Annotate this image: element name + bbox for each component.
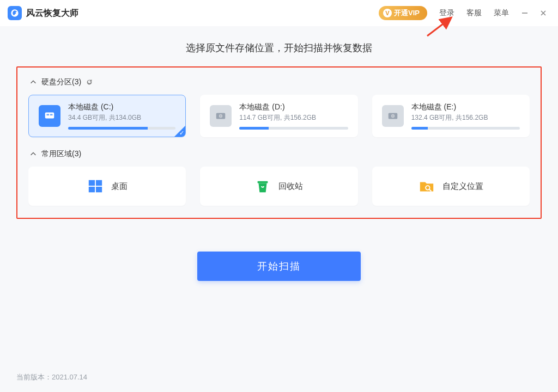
disk-icon: [210, 105, 232, 127]
app-title: 风云恢复大师: [26, 8, 78, 19]
area-custom-location[interactable]: 自定义位置: [372, 167, 530, 206]
menu-link[interactable]: 菜单: [494, 8, 509, 18]
refresh-icon[interactable]: [86, 78, 93, 86]
areas-grid: 桌面 回收站 自定义位置: [28, 167, 530, 206]
chevron-up-icon: [29, 78, 37, 86]
disk-icon: [382, 105, 404, 127]
area-recycle-bin[interactable]: 回收站: [200, 167, 357, 206]
app-window: { "app": { "title": "风云恢复大师" }, "titleba…: [0, 0, 558, 392]
selection-panel: 硬盘分区(3) 本地磁盘 (C:) 34.4 GB可用, 共134.0GB ✓: [16, 66, 542, 219]
minimize-button[interactable]: [518, 6, 532, 20]
disk-usage-bar: [68, 127, 175, 130]
svg-rect-5: [47, 114, 50, 115]
version-footer: 当前版本：2021.07.14: [16, 372, 87, 382]
selected-check-icon: ✓: [179, 130, 184, 137]
disk-subtext: 34.4 GB可用, 共134.0GB: [68, 113, 175, 122]
disk-subtext: 132.4 GB可用, 共156.2GB: [411, 113, 520, 122]
app-logo-icon: [8, 6, 22, 20]
disk-usage-bar: [411, 127, 520, 130]
area-desktop[interactable]: 桌面: [28, 167, 186, 206]
disk-icon: [39, 105, 60, 127]
vip-label: 开通VIP: [394, 8, 420, 18]
support-link[interactable]: 客服: [466, 8, 482, 18]
disk-usage-bar: [239, 127, 348, 130]
svg-rect-4: [45, 113, 54, 119]
area-label: 桌面: [111, 181, 128, 192]
disk-name: 本地磁盘 (E:): [411, 102, 520, 112]
vip-badge-icon: V: [383, 9, 392, 17]
start-scan-button[interactable]: 开始扫描: [197, 252, 361, 281]
areas-section-header[interactable]: 常用区域(3): [29, 149, 530, 159]
folder-search-icon: [418, 178, 435, 194]
disk-subtext: 114.7 GB可用, 共156.2GB: [239, 113, 348, 122]
disk-card-c[interactable]: 本地磁盘 (C:) 34.4 GB可用, 共134.0GB ✓: [28, 95, 186, 137]
areas-section-label: 常用区域(3): [41, 149, 81, 159]
disks-section-header[interactable]: 硬盘分区(3): [29, 77, 530, 87]
svg-point-9: [220, 115, 221, 117]
chevron-up-icon: [29, 150, 37, 158]
recycle-icon: [254, 178, 271, 194]
main: 选择原文件存储位置，开始扫描并恢复数据 硬盘分区(3) 本地磁盘 (C:) 34…: [0, 26, 558, 281]
windows-icon: [87, 178, 104, 194]
svg-rect-6: [50, 114, 53, 115]
disk-name: 本地磁盘 (D:): [239, 102, 348, 112]
version-value: 2021.07.14: [52, 373, 87, 381]
svg-rect-15: [88, 187, 94, 192]
disks-section-label: 硬盘分区(3): [41, 77, 81, 87]
svg-rect-16: [96, 187, 102, 192]
disk-card-e[interactable]: 本地磁盘 (E:) 132.4 GB可用, 共156.2GB: [372, 95, 530, 137]
disk-name: 本地磁盘 (C:): [68, 102, 175, 112]
disk-card-d[interactable]: 本地磁盘 (D:) 114.7 GB可用, 共156.2GB: [200, 95, 357, 137]
svg-point-12: [392, 115, 393, 117]
disks-grid: 本地磁盘 (C:) 34.4 GB可用, 共134.0GB ✓ 本地磁盘 (D:…: [28, 95, 530, 137]
login-link[interactable]: 登录: [439, 8, 454, 18]
version-label: 当前版本：: [16, 373, 52, 381]
open-vip-button[interactable]: V 开通VIP: [379, 6, 427, 20]
page-headline: 选择原文件存储位置，开始扫描并恢复数据: [16, 41, 542, 54]
area-label: 自定义位置: [442, 181, 483, 192]
area-label: 回收站: [278, 181, 303, 192]
svg-rect-17: [258, 181, 268, 183]
svg-rect-14: [96, 180, 102, 186]
titlebar: 风云恢复大师 V 开通VIP 登录 客服 菜单: [0, 0, 558, 26]
close-button[interactable]: [536, 6, 550, 20]
svg-rect-13: [88, 180, 94, 186]
